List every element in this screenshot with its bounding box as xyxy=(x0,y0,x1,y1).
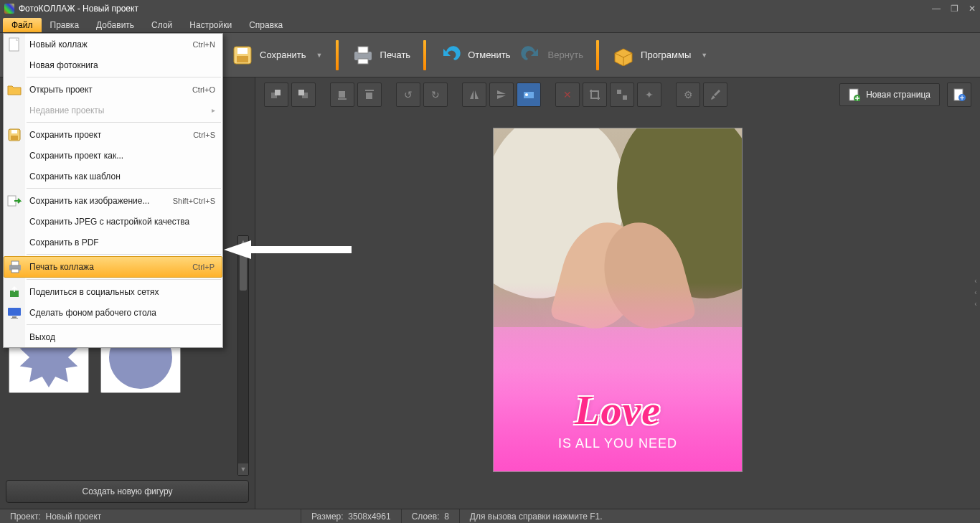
file-menu-item-10[interactable]: Сохранить как изображение...Shift+Ctrl+S xyxy=(4,190,222,211)
file-menu-item-16[interactable]: Поделиться в социальных сетях xyxy=(4,281,222,302)
file-menu-item-1[interactable]: Новая фотокнига xyxy=(4,55,222,75)
status-project-value: Новый проект xyxy=(46,512,102,522)
menu-item-label: Сделать фоном рабочего стола xyxy=(25,308,215,318)
tool-separator xyxy=(319,83,327,107)
undo-button[interactable]: Отменить xyxy=(435,39,514,71)
file-menu-item-14[interactable]: Печать коллажаCtrl+P xyxy=(4,256,222,278)
tool-brush[interactable] xyxy=(703,83,727,107)
menu-add[interactable]: Добавить xyxy=(88,18,143,32)
menu-file[interactable]: Файл xyxy=(3,18,42,32)
save-button[interactable]: Сохранить ▼ xyxy=(227,39,327,71)
file-menu-item-8[interactable]: Сохранить как шаблон xyxy=(4,166,222,187)
create-shape-button[interactable]: Создать новую фигуру xyxy=(6,480,249,503)
file-menu-item-19[interactable]: Выход xyxy=(4,326,222,347)
menu-item-shortcut: Ctrl+S xyxy=(193,131,215,139)
minimize-button[interactable]: — xyxy=(932,4,941,14)
tool-layer-down[interactable] xyxy=(357,83,382,107)
save-label: Сохранить xyxy=(260,50,306,60)
toolbar-separator xyxy=(423,40,426,70)
svg-rect-10 xyxy=(339,91,345,98)
status-size-label: Размер: xyxy=(311,512,344,522)
undo-label: Отменить xyxy=(468,50,510,60)
print-button[interactable]: Печать xyxy=(347,39,415,71)
programs-label: Программы xyxy=(641,50,691,60)
tool-settings[interactable]: ⚙ xyxy=(676,83,700,107)
submenu-arrow-icon: ▸ xyxy=(212,106,215,114)
redo-icon xyxy=(519,44,542,67)
redo-button[interactable]: Вернуть xyxy=(515,39,588,71)
file-menu-item-7[interactable]: Сохранить проект как... xyxy=(4,145,222,166)
status-size-value: 3508x4961 xyxy=(348,512,390,522)
printer-icon xyxy=(4,260,25,273)
file-menu-item-11[interactable]: Сохранить JPEG с настройкой качества xyxy=(4,211,222,232)
tool-group[interactable] xyxy=(610,83,634,107)
menu-divider xyxy=(27,254,221,255)
desktop-icon xyxy=(4,306,25,319)
gallery-scrollbar[interactable]: ▲ ▼ xyxy=(237,235,249,476)
svg-rect-11 xyxy=(366,93,372,99)
new-page-button[interactable]: Новая страница xyxy=(839,83,940,106)
menu-item-label: Сохранить JPEG с настройкой качества xyxy=(25,217,215,227)
tool-rotate-right[interactable]: ↻ xyxy=(423,83,448,107)
tool-bring-front[interactable] xyxy=(264,83,288,107)
close-button[interactable]: ✕ xyxy=(969,4,976,14)
tool-rotate-left[interactable]: ↺ xyxy=(396,83,420,107)
canvas-title-text: Love xyxy=(494,386,742,434)
file-menu-item-3[interactable]: Открыть проектCtrl+O xyxy=(4,79,222,100)
box-icon xyxy=(612,44,635,67)
menu-item-label: Печать коллажа xyxy=(25,262,192,272)
canvas-subtitle-text: IS ALL YOU NEED xyxy=(494,436,742,451)
svg-rect-22 xyxy=(11,130,17,133)
menu-edit[interactable]: Правка xyxy=(42,18,88,32)
tool-delete[interactable]: ✕ xyxy=(555,83,580,107)
canvas[interactable]: Love IS ALL YOU NEED xyxy=(493,128,743,472)
tool-flip-v[interactable] xyxy=(489,83,514,107)
maximize-button[interactable]: ❐ xyxy=(951,4,958,14)
programs-button[interactable]: Программы ▼ xyxy=(608,39,712,71)
tool-separator xyxy=(385,83,393,107)
dropdown-icon: ▼ xyxy=(701,52,707,59)
tool-fit[interactable] xyxy=(517,83,541,107)
menu-item-label: Выход xyxy=(25,332,215,342)
tool-separator xyxy=(664,83,673,107)
chevron-left-icon: ‹ xyxy=(973,288,979,298)
tool-crop[interactable] xyxy=(583,83,607,107)
right-edge-handles[interactable]: ‹ ‹ ‹ xyxy=(973,277,979,310)
menu-divider xyxy=(27,122,221,123)
menu-item-label: Новый коллаж xyxy=(25,39,193,50)
menu-item-shortcut: Ctrl+N xyxy=(193,40,215,49)
svg-marker-32 xyxy=(224,240,352,259)
menu-item-label: Сохранить как шаблон xyxy=(25,171,215,182)
menu-layer[interactable]: Слой xyxy=(143,18,181,32)
status-layers-label: Слоев: xyxy=(412,512,440,522)
file-menu-item-6[interactable]: Сохранить проектCtrl+S xyxy=(4,124,222,145)
print-label: Печать xyxy=(380,50,411,60)
menu-item-label: Сохранить в PDF xyxy=(25,237,215,248)
svg-rect-5 xyxy=(358,59,368,64)
tool-flip-h[interactable] xyxy=(462,83,486,107)
chevron-left-icon: ‹ xyxy=(973,300,979,310)
svg-rect-27 xyxy=(11,269,19,273)
menu-item-label: Сохранить проект как... xyxy=(25,151,215,161)
file-menu-item-17[interactable]: Сделать фоном рабочего стола xyxy=(4,302,222,323)
tool-separator xyxy=(544,83,552,107)
tool-magic[interactable]: ✦ xyxy=(637,83,661,107)
svg-rect-30 xyxy=(12,316,17,318)
tool-layer-up[interactable] xyxy=(330,83,354,107)
status-layers-value: 8 xyxy=(444,512,449,522)
menu-item-label: Поделиться в социальных сетях xyxy=(25,287,215,297)
menu-divider xyxy=(27,77,221,77)
menu-help[interactable]: Справка xyxy=(240,18,291,32)
tool-send-back[interactable] xyxy=(291,83,316,107)
file-menu-item-12[interactable]: Сохранить в PDF xyxy=(4,232,222,253)
page-settings-button[interactable] xyxy=(947,83,971,107)
menu-settings[interactable]: Настройки xyxy=(181,18,240,32)
menubar: Файл Правка Добавить Слой Настройки Спра… xyxy=(0,17,980,33)
svg-rect-15 xyxy=(623,95,627,100)
floppy-icon xyxy=(231,44,254,67)
titlebar: ФотоКОЛЛАЖ - Новый проект — ❐ ✕ xyxy=(0,0,980,17)
svg-rect-14 xyxy=(617,90,621,94)
svg-rect-1 xyxy=(237,48,248,54)
scroll-down-icon[interactable]: ▼ xyxy=(238,463,248,475)
file-menu-item-0[interactable]: Новый коллажCtrl+N xyxy=(4,34,222,55)
